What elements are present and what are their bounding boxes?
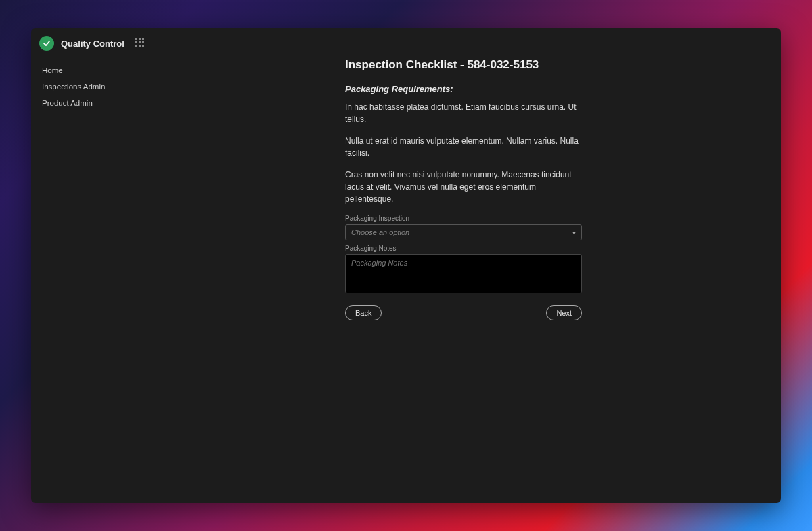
app-logo xyxy=(39,36,54,51)
button-row: Back Next xyxy=(345,305,582,320)
nav-item-inspections-admin[interactable]: Inspections Admin xyxy=(39,79,146,95)
page-title: Inspection Checklist - 584-032-5153 xyxy=(345,58,582,72)
chevron-down-icon: ▾ xyxy=(572,229,576,236)
requirement-paragraph: Cras non velit nec nisi vulputate nonumm… xyxy=(345,169,582,205)
nav-item-product-admin[interactable]: Product Admin xyxy=(39,95,146,111)
app-window: Quality Control Home Inspections Admin P… xyxy=(31,28,781,503)
sidebar: Home Inspections Admin Product Admin xyxy=(31,58,146,503)
body: Home Inspections Admin Product Admin Ins… xyxy=(31,58,781,503)
packaging-notes-textarea[interactable] xyxy=(345,254,582,293)
nav-item-home[interactable]: Home xyxy=(39,62,146,79)
checkmark-icon xyxy=(43,39,51,47)
packaging-inspection-select[interactable]: Choose an option ▾ xyxy=(345,224,582,240)
main-content: Inspection Checklist - 584-032-5153 Pack… xyxy=(345,58,582,503)
next-button[interactable]: Next xyxy=(546,305,582,320)
section-title: Packaging Requirements: xyxy=(345,84,582,94)
notes-field-label: Packaging Notes xyxy=(345,245,582,252)
app-launcher-icon[interactable] xyxy=(135,38,146,49)
app-title: Quality Control xyxy=(61,39,125,49)
requirement-paragraph: Nulla ut erat id mauris vulputate elemen… xyxy=(345,135,582,159)
back-button[interactable]: Back xyxy=(345,305,382,320)
topbar: Quality Control xyxy=(31,28,781,58)
content-wrap: Inspection Checklist - 584-032-5153 Pack… xyxy=(146,58,781,503)
requirement-paragraph: In hac habitasse platea dictumst. Etiam … xyxy=(345,101,582,125)
inspection-field-label: Packaging Inspection xyxy=(345,215,582,222)
select-placeholder: Choose an option xyxy=(351,228,409,236)
